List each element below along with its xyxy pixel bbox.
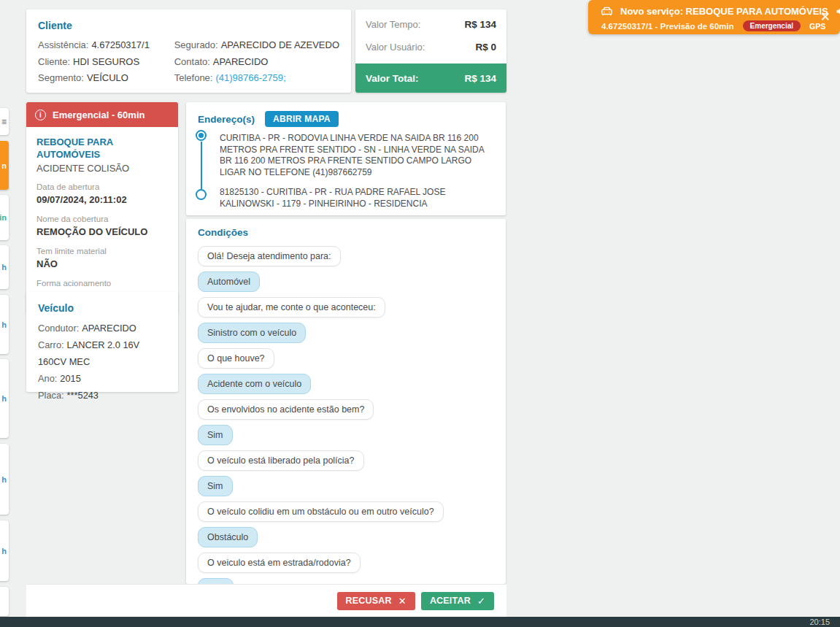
address-card: Endereço(s) ABRIR MAPA CURITIBA - PR - R… [186, 102, 506, 215]
list-item-fragment: ≡ [1, 117, 7, 127]
emergency-banner: i Emergencial - 60min [26, 102, 178, 127]
list-item[interactable]: h [0, 295, 9, 354]
destination-point-icon [196, 189, 207, 200]
notification-subtitle: 4.67250317/1 - Previsão de 60min [601, 22, 734, 31]
action-bar: RECUSAR ✕ ACEITAR ✓ [26, 584, 506, 617]
year-row: Ano:2015 [38, 370, 166, 387]
info-icon: i [35, 109, 46, 120]
coverage-pair: Nome da cobertura REMOÇÃO DO VEÍCULO [36, 214, 168, 238]
price-time-row: Valor Tempo:R$ 134 [355, 17, 506, 32]
chat-bubble-question: Olá! Deseja atendimento para: [198, 246, 341, 266]
service-card: i Emergencial - 60min REBOQUE PARA AUTOM… [26, 102, 178, 314]
open-map-button[interactable]: ABRIR MAPA [265, 111, 339, 127]
emergency-banner-label: Emergencial - 60min [53, 109, 145, 120]
list-item-fragment: h [1, 320, 7, 329]
list-item-fragment: n [1, 161, 7, 170]
list-item-fragment: h [1, 547, 7, 555]
phone-link[interactable]: (41)98766-2759; [215, 72, 285, 83]
service-name: REBOQUE PARA AUTOMÓVEIS [36, 136, 168, 161]
vehicle-card-title: Veículo [38, 302, 166, 314]
taskbar-clock: 20:15 [809, 618, 830, 626]
reject-button[interactable]: RECUSAR ✕ [337, 592, 415, 610]
accept-button[interactable]: ACEITAR ✓ [421, 592, 494, 610]
driver-row: Condutor:APARECIDO [38, 320, 166, 336]
contact-row: Contato:APARECIDO [174, 54, 339, 71]
new-service-notification[interactable]: Novo serviço: REBOQUE PARA AUTOMÓVEIS 4.… [588, 0, 840, 34]
chat-bubble-answer: Automóvel [198, 272, 260, 292]
chat-bubble-question: O veículo colidiu em um obstáculo ou em … [198, 501, 444, 522]
tow-truck-icon [600, 4, 614, 18]
list-item-fragment: h [1, 263, 7, 272]
chat-bubble-answer: Obstáculo [198, 527, 258, 547]
list-item[interactable]: h [0, 520, 9, 581]
service-dispatch-screen: { "notification": { "title": "Novo servi… [0, 0, 840, 627]
chat-bubble-question: Vou te ajudar, me conte o que aconteceu: [198, 297, 385, 318]
chat-bubble-question: O veiculo está em estrada/rodovia? [198, 553, 361, 573]
chat-bubble-answer: Sim [198, 476, 233, 496]
price-total-bar: Valor Total:R$ 134 [355, 64, 506, 93]
price-card: Valor Tempo:R$ 134 Valor Usuário:R$ 0 Va… [355, 9, 506, 93]
client-row: Cliente:HDI SEGUROS [38, 54, 174, 71]
material-limit-pair: Tem limite material NÃO [36, 246, 168, 270]
plate-row: Placa:***5243 [38, 387, 166, 404]
open-date-pair: Data de abertura 09/07/2024, 20:11:02 [36, 182, 168, 206]
vehicle-card: Veículo Condutor:APARECIDO Carro:LANCER … [26, 292, 178, 392]
chat-bubble-answer: Não [198, 578, 234, 584]
price-user-row: Valor Usuário:R$ 0 [355, 39, 506, 55]
route-line [201, 142, 202, 189]
list-item[interactable]: ≡ [0, 108, 9, 135]
list-item[interactable]: h [0, 444, 9, 515]
origin-address: CURITIBA - PR - RODOVIA LINHA VERDE NA S… [220, 133, 494, 178]
insured-row: Segurado:APARECIDO DE AZEVEDO [174, 37, 339, 54]
list-item[interactable]: h [0, 359, 9, 438]
phone-row: Telefone:(41)98766-2759; [174, 70, 339, 87]
list-item[interactable]: in [0, 195, 9, 240]
chat-bubble-answer: Acidente com o veículo [198, 374, 311, 394]
assistance-row: Assistência:4.67250317/1 [38, 37, 174, 54]
conditions-card: Condições Olá! Deseja atendimento para: … [186, 219, 506, 584]
chat-bubble-answer: Sinistro com o veículo [198, 323, 306, 343]
x-icon: ✕ [398, 596, 406, 607]
list-item-selected[interactable]: n [0, 141, 9, 190]
destination-address: 81825130 - CURITIBA - PR - RUA PADRE RAF… [220, 187, 494, 209]
list-item[interactable]: h [0, 245, 9, 289]
conditions-card-title: Condições [198, 226, 494, 239]
origin-point-icon [196, 130, 207, 141]
car-row: Carro:LANCER 2.0 16V 160CV MEC [38, 336, 166, 370]
occurrence-type: ACIDENTE COLISÃO [36, 163, 168, 174]
notification-title: Novo serviço: REBOQUE PARA AUTOMÓVEIS [620, 6, 828, 17]
client-card: Cliente Assistência:4.67250317/1 Cliente… [26, 9, 351, 93]
list-item-fragment: in [0, 213, 7, 222]
close-icon[interactable]: ✕ [820, 11, 831, 23]
chat-bubble-question: O que houve? [198, 348, 274, 369]
chat-bubble-answer: Sim [198, 425, 233, 445]
address-card-title: Endereço(s) [198, 114, 255, 125]
check-icon: ✓ [477, 596, 485, 607]
emergency-badge: Emergencial [743, 20, 801, 31]
client-card-title: Cliente [38, 20, 339, 31]
list-item-fragment: h [1, 394, 7, 403]
list-item-fragment: h [1, 475, 7, 484]
speaker-icon[interactable] [835, 6, 840, 17]
segment-row: Segmento:VEÍCULO [38, 70, 174, 87]
taskbar: 20:15 [0, 617, 840, 627]
chat-bubble-question: Os envolvidos no acidente estão bem? [198, 399, 374, 420]
list-item[interactable] [0, 587, 9, 616]
chat-bubble-question: O veículo está liberado pela polícia? [198, 450, 364, 471]
